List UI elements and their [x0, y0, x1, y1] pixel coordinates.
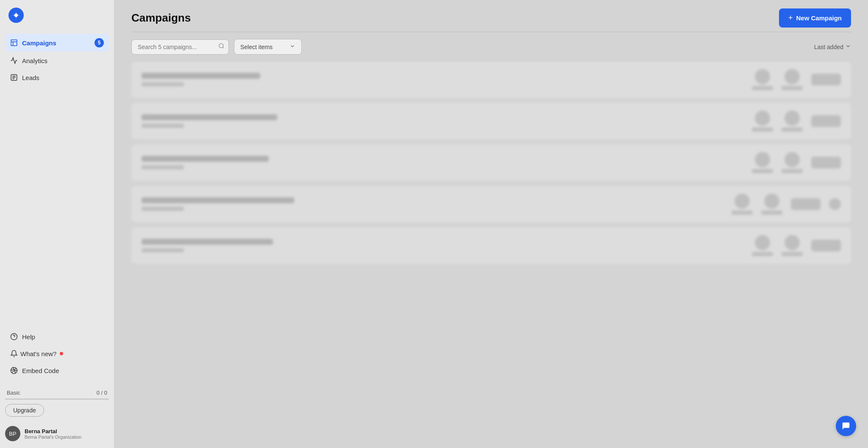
plan-section: Basic 0 / 0 Upgrade: [0, 386, 114, 422]
bell-icon: [10, 350, 18, 357]
leads-icon: [10, 74, 18, 81]
campaign-badge: [791, 198, 821, 210]
select-items-dropdown[interactable]: Select items: [234, 39, 302, 55]
sidebar-item-analytics[interactable]: Analytics: [5, 53, 109, 69]
sidebar-item-embed-code[interactable]: Embed Code: [5, 362, 109, 379]
campaign-action-icon: [829, 198, 841, 210]
leads-label: Leads: [22, 74, 39, 81]
sidebar-bottom-nav: Help What's new? Embed Code: [0, 324, 114, 386]
sidebar-item-whats-new[interactable]: What's new?: [5, 346, 109, 362]
campaign-stat: [752, 111, 773, 132]
page-title: Campaigns: [131, 11, 191, 25]
campaign-badge: [811, 157, 841, 169]
table-row: [131, 144, 851, 181]
help-label: Help: [22, 333, 35, 340]
stat-bar: [752, 252, 773, 256]
campaign-badge: [811, 74, 841, 86]
campaign-sub-placeholder: [142, 124, 184, 128]
campaign-stat: [732, 194, 753, 215]
user-section: BP Berna Partal Berna Partal's Organizat…: [0, 422, 114, 448]
campaigns-label: Campaigns: [22, 39, 56, 47]
sort-text: Last added: [814, 44, 843, 50]
stat-circle: [755, 152, 770, 167]
campaign-title-placeholder: [142, 73, 260, 79]
embed-code-label: Embed Code: [22, 367, 59, 374]
stat-circle-2: [785, 111, 800, 126]
chat-icon: [841, 421, 851, 431]
chevron-down-icon: [289, 43, 295, 50]
campaign-title-placeholder: [142, 156, 269, 162]
new-campaign-label: New Campaign: [796, 14, 842, 22]
avatar: BP: [5, 426, 20, 441]
upgrade-button[interactable]: Upgrade: [5, 404, 44, 417]
notification-dot: [60, 352, 63, 355]
stat-circle: [755, 111, 770, 126]
search-input[interactable]: [131, 39, 229, 55]
campaign-stat-2: [782, 111, 803, 132]
stat-bar-2: [782, 127, 803, 132]
campaign-info: [142, 114, 743, 128]
sort-label[interactable]: Last added: [814, 43, 851, 50]
table-row: [131, 61, 851, 98]
campaigns-icon: [10, 39, 18, 47]
stat-circle-2: [785, 69, 800, 84]
plan-progress-bar: [5, 398, 109, 400]
sidebar: Campaigns 5 Analytics Leads: [0, 0, 114, 448]
sort-chevron-icon: [845, 43, 851, 50]
campaign-info: [142, 239, 743, 252]
campaign-title-placeholder: [142, 197, 294, 203]
campaign-sub-placeholder: [142, 165, 184, 169]
campaign-stat: [752, 152, 773, 173]
chat-support-button[interactable]: [836, 416, 856, 436]
stat-bar: [752, 86, 773, 90]
svg-line-5: [223, 47, 224, 48]
campaign-stat-2: [782, 152, 803, 173]
stat-bar-2: [782, 169, 803, 173]
campaign-badge: [811, 115, 841, 127]
stat-circle-2: [764, 194, 779, 209]
plus-icon: +: [788, 14, 793, 22]
user-name: Berna Partal: [25, 428, 81, 434]
main-content: Campaigns + New Campaign Select items: [114, 0, 868, 448]
campaign-stat: [752, 235, 773, 256]
campaign-info: [142, 73, 743, 86]
stat-circle: [755, 235, 770, 250]
campaigns-badge: 5: [95, 38, 104, 47]
stat-circle-2: [785, 235, 800, 250]
campaign-sub-placeholder: [142, 248, 184, 252]
stat-bar-2: [761, 210, 782, 215]
campaign-badge: [811, 240, 841, 252]
user-org: Berna Partal's Organization: [25, 434, 81, 440]
new-campaign-button[interactable]: + New Campaign: [779, 8, 851, 28]
campaign-stat-2: [761, 194, 782, 215]
sidebar-item-campaigns[interactable]: Campaigns 5: [5, 34, 109, 52]
svg-point-4: [219, 44, 223, 48]
app-logo[interactable]: [8, 8, 24, 23]
campaign-sub-placeholder: [142, 207, 184, 211]
campaign-stat: [752, 69, 773, 90]
campaign-info: [142, 197, 723, 211]
analytics-icon: [10, 57, 18, 64]
whats-new-label: What's new?: [20, 350, 56, 357]
campaign-sub-placeholder: [142, 82, 184, 86]
plan-usage: 0 / 0: [97, 390, 107, 396]
user-info: Berna Partal Berna Partal's Organization: [25, 428, 81, 440]
table-row: [131, 103, 851, 139]
sidebar-item-leads[interactable]: Leads: [5, 69, 109, 86]
stat-bar: [732, 210, 753, 215]
sidebar-item-help[interactable]: Help: [5, 329, 109, 345]
embed-icon: [10, 367, 18, 374]
stat-bar-2: [782, 86, 803, 90]
table-row: [131, 186, 851, 222]
stat-bar: [752, 127, 773, 132]
logo-area: [0, 0, 114, 30]
stat-circle: [755, 69, 770, 84]
stat-circle-2: [785, 152, 800, 167]
select-items-label: Select items: [240, 44, 273, 50]
search-icon: [218, 43, 225, 51]
campaign-title-placeholder: [142, 114, 277, 120]
search-wrapper: [131, 39, 229, 55]
plan-label: Basic 0 / 0: [5, 390, 109, 396]
campaign-stat-2: [782, 235, 803, 256]
stat-circle: [734, 194, 750, 209]
